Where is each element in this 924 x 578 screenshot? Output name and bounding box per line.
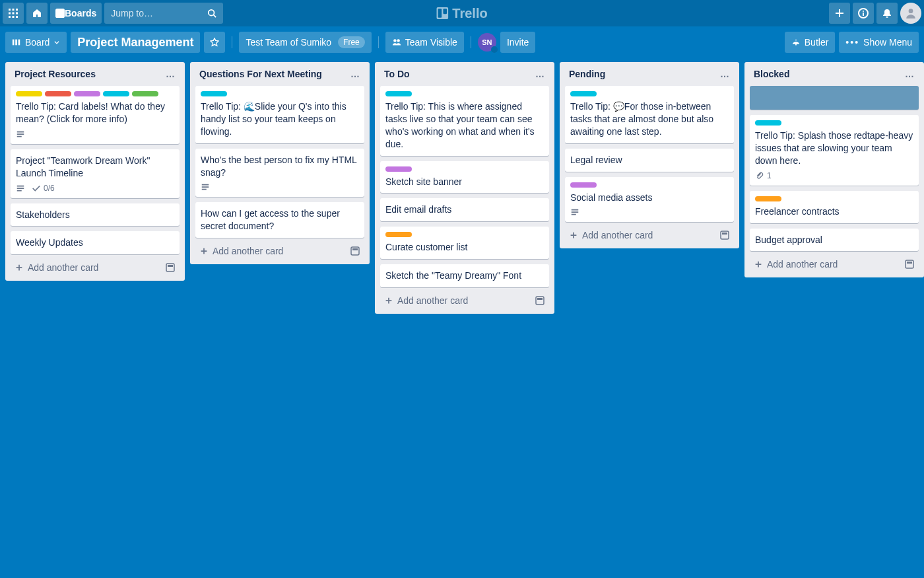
board-title[interactable]: Project Management bbox=[71, 32, 200, 53]
card[interactable]: How can I get access to the super secret… bbox=[195, 202, 364, 238]
add-card-button[interactable]: Add another card bbox=[565, 227, 734, 243]
add-card-label: Add another card bbox=[28, 262, 98, 273]
board-canvas: Project Resources … Trello Tip: Card lab… bbox=[0, 58, 924, 318]
svg-rect-23 bbox=[18, 40, 20, 46]
add-card-button[interactable]: Add another card bbox=[380, 293, 549, 308]
home-button[interactable] bbox=[26, 3, 48, 24]
card[interactable]: Edit email drafts bbox=[380, 198, 549, 221]
member-avatar[interactable]: SN bbox=[478, 33, 496, 52]
label-sky[interactable] bbox=[385, 91, 412, 96]
card-labels bbox=[755, 196, 913, 201]
list-menu-button[interactable]: … bbox=[905, 69, 915, 79]
svg-rect-31 bbox=[536, 297, 544, 305]
board-view-switcher[interactable]: Board bbox=[5, 32, 67, 53]
card[interactable]: Budget approval bbox=[750, 229, 919, 252]
person-icon bbox=[905, 7, 917, 19]
card[interactable]: Sketch site banner bbox=[380, 161, 549, 194]
notifications-button[interactable] bbox=[876, 3, 898, 24]
list-header[interactable]: To Do … bbox=[380, 67, 549, 81]
label-sky[interactable] bbox=[103, 91, 129, 96]
add-card-button[interactable]: Add another card bbox=[750, 256, 919, 272]
user-avatar[interactable] bbox=[900, 3, 921, 24]
divider bbox=[232, 36, 232, 48]
template-icon[interactable] bbox=[350, 246, 360, 256]
label-orange[interactable] bbox=[385, 232, 412, 237]
card[interactable]: Curate customer list bbox=[380, 227, 549, 259]
card[interactable]: Sketch the "Teamy Dreamy" Font bbox=[380, 264, 549, 287]
card[interactable]: Trello Tip: This is where assigned tasks… bbox=[380, 86, 549, 156]
card[interactable]: Freelancer contracts bbox=[750, 191, 919, 223]
list-menu-button[interactable]: … bbox=[720, 69, 730, 79]
card[interactable]: Trello Tip: Splash those redtape-heavy i… bbox=[750, 115, 919, 186]
boards-button[interactable]: Boards bbox=[50, 3, 102, 24]
show-menu-button[interactable]: ••• Show Menu bbox=[839, 32, 919, 53]
info-button[interactable] bbox=[853, 3, 874, 24]
card-badges: 0/6 bbox=[16, 184, 174, 193]
list-header[interactable]: Blocked … bbox=[750, 67, 919, 81]
card-title: Social media assets bbox=[570, 192, 729, 204]
divider bbox=[378, 36, 379, 48]
badge-checklist: 0/6 bbox=[32, 184, 55, 193]
star-icon bbox=[210, 38, 219, 47]
svg-rect-22 bbox=[15, 40, 17, 46]
card-labels bbox=[570, 91, 729, 96]
butler-icon bbox=[791, 38, 801, 47]
list: Questions For Next Meeting … Trello Tip:… bbox=[190, 62, 370, 264]
card[interactable]: Stakeholders bbox=[11, 203, 180, 227]
label-yellow[interactable] bbox=[16, 91, 42, 96]
global-header: Boards Trello bbox=[0, 0, 924, 26]
card-title: Stakeholders bbox=[16, 209, 174, 221]
create-button[interactable] bbox=[829, 3, 850, 24]
add-card-button[interactable]: Add another card bbox=[11, 260, 180, 275]
add-card-button[interactable]: Add another card bbox=[195, 243, 364, 259]
label-purple[interactable] bbox=[385, 166, 412, 172]
card[interactable]: Project "Teamwork Dream Work" Launch Tim… bbox=[11, 149, 180, 198]
template-icon[interactable] bbox=[719, 230, 730, 240]
card-title: Trello Tip: 🌊Slide your Q's into this ha… bbox=[201, 100, 359, 138]
svg-rect-36 bbox=[907, 262, 912, 264]
butler-button[interactable]: Butler bbox=[785, 32, 836, 53]
card[interactable]: Trello Tip: Card labels! What do they me… bbox=[11, 86, 180, 144]
checklist-icon bbox=[32, 184, 41, 193]
svg-point-20 bbox=[909, 9, 913, 13]
list-menu-button[interactable]: … bbox=[166, 69, 176, 79]
list-header[interactable]: Pending … bbox=[565, 67, 734, 81]
card[interactable]: Social media assets bbox=[565, 177, 734, 223]
svg-rect-27 bbox=[166, 264, 174, 271]
search-box[interactable] bbox=[104, 3, 223, 24]
label-purple[interactable] bbox=[74, 91, 100, 96]
invite-button[interactable]: Invite bbox=[500, 32, 535, 53]
list-menu-button[interactable]: … bbox=[535, 69, 545, 79]
list-header[interactable]: Questions For Next Meeting … bbox=[195, 67, 364, 81]
card[interactable]: Trello Tip: 🌊Slide your Q's into this ha… bbox=[195, 86, 364, 143]
list-header[interactable]: Project Resources … bbox=[11, 67, 180, 81]
card[interactable]: Trello Tip: 💬For those in-between tasks … bbox=[565, 86, 734, 143]
list-menu-button[interactable]: … bbox=[350, 69, 360, 79]
svg-rect-7 bbox=[13, 16, 15, 18]
search-input[interactable] bbox=[111, 8, 203, 18]
label-sky[interactable] bbox=[201, 91, 227, 96]
card-badges: 1 bbox=[755, 171, 913, 180]
description-icon bbox=[16, 129, 25, 139]
template-icon[interactable] bbox=[535, 295, 545, 306]
list-title: Blocked bbox=[754, 69, 789, 79]
star-button[interactable] bbox=[204, 32, 225, 53]
visibility-button[interactable]: Team Visible bbox=[385, 32, 464, 53]
label-purple[interactable] bbox=[570, 182, 597, 188]
label-orange[interactable] bbox=[755, 196, 781, 201]
template-icon[interactable] bbox=[165, 262, 176, 273]
card[interactable]: Legal review bbox=[565, 149, 734, 172]
card[interactable]: Who's the best person to fix my HTML sna… bbox=[195, 149, 364, 198]
label-sky[interactable] bbox=[755, 120, 781, 126]
card-badges bbox=[16, 129, 174, 139]
add-card-label: Add another card bbox=[397, 295, 468, 306]
team-button[interactable]: Test Team of Sumiko Free bbox=[239, 32, 371, 53]
description-icon bbox=[201, 182, 210, 192]
label-sky[interactable] bbox=[570, 91, 597, 96]
apps-button[interactable] bbox=[3, 3, 24, 24]
template-icon[interactable] bbox=[904, 259, 915, 270]
label-red[interactable] bbox=[45, 91, 71, 96]
card[interactable]: Weekly Updates bbox=[11, 231, 180, 254]
card-placeholder[interactable] bbox=[750, 86, 919, 110]
label-green[interactable] bbox=[132, 91, 158, 96]
